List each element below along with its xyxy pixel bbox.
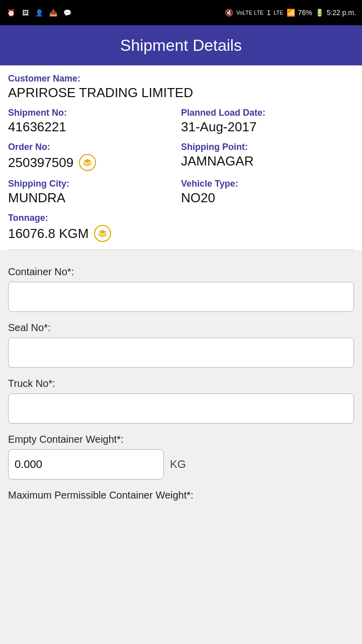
wechat-icon: 💬 (62, 8, 72, 18)
tonnage-value: 16076.8 KGM (8, 224, 354, 243)
seal-no-label: Seal No*: (8, 322, 354, 334)
col-shipping-point: Shipping Point: JAMNAGAR (181, 142, 354, 179)
shipment-details-section: Customer Name: APRIROSE TRADING LIMITED … (0, 65, 362, 250)
tonnage-text: 16076.8 KGM (8, 226, 88, 242)
order-no-text: 250397509 (8, 155, 73, 171)
truck-no-field: Truck No*: (8, 378, 354, 424)
svg-marker-1 (83, 159, 92, 163)
truck-no-input[interactable] (8, 393, 354, 424)
lte-icon: LTE (274, 10, 283, 16)
app-header: Shipment Details (0, 25, 362, 65)
battery-percent: 76% (298, 9, 312, 17)
order-no-label: Order No: (8, 142, 181, 152)
section-divider (8, 250, 354, 250)
tonnage-label: Tonnage: (8, 213, 354, 223)
row-shipment-date: Shipment No: 41636221 Planned Load Date:… (8, 108, 354, 142)
container-no-label: Container No*: (8, 266, 354, 278)
weight-unit: KG (170, 458, 186, 471)
account-icon: 👤 (34, 8, 44, 18)
shipping-city-label: Shipping City: (8, 179, 181, 189)
svg-marker-3 (99, 230, 107, 234)
mute-icon: 🔇 (225, 9, 233, 17)
wifi-icon: 📶 (287, 9, 295, 17)
vehicle-type-value: NO20 (181, 190, 354, 206)
customer-name-label: Customer Name: (8, 73, 354, 84)
layers-icon-tonnage[interactable] (94, 224, 112, 243)
empty-container-weight-input[interactable] (8, 449, 164, 479)
status-bar: ⏰ 🖼 👤 📥 💬 🔇 VoLTE LTE 1 LTE 📶 76% 🔋 5:22… (0, 0, 362, 25)
customer-name-value: APRIROSE TRADING LIMITED (8, 85, 354, 101)
weight-row: KG (8, 449, 354, 479)
shipment-no-label: Shipment No: (8, 108, 181, 118)
container-no-field: Container No*: (8, 266, 354, 312)
shipping-point-value: JAMNAGAR (181, 153, 354, 169)
status-bar-right: 🔇 VoLTE LTE 1 LTE 📶 76% 🔋 5:22 p.m. (225, 9, 356, 17)
shipping-point-label: Shipping Point: (181, 142, 354, 152)
col-order: Order No: 250397509 (8, 142, 181, 179)
order-no-value: 250397509 (8, 153, 181, 172)
empty-container-weight-field: Empty Container Weight*: KG (8, 434, 354, 479)
shipping-city-value: MUNDRA (8, 190, 181, 206)
image-icon: 🖼 (20, 8, 30, 18)
col-city: Shipping City: MUNDRA (8, 179, 181, 213)
max-permissible-label: Maximum Permissible Container Weight*: (8, 490, 354, 505)
seal-no-input[interactable] (8, 338, 354, 368)
row-order-shipping: Order No: 250397509 (8, 142, 354, 179)
layers-icon-order[interactable] (78, 153, 97, 172)
col-vehicle: Vehicle Type: NO20 (181, 179, 354, 213)
col-shipment: Shipment No: 41636221 (8, 108, 181, 142)
alarm-icon: ⏰ (6, 8, 16, 18)
empty-container-weight-label: Empty Container Weight*: (8, 434, 354, 445)
row-city-vehicle: Shipping City: MUNDRA Vehicle Type: NO20 (8, 179, 354, 213)
vehicle-type-label: Vehicle Type: (181, 179, 354, 189)
clock: 5:22 p.m. (327, 9, 356, 17)
status-bar-left: ⏰ 🖼 👤 📥 💬 (6, 8, 72, 18)
sim-icon: 1 (266, 9, 270, 17)
planned-date-label: Planned Load Date: (181, 108, 354, 118)
download-icon: 📥 (48, 8, 58, 18)
container-no-input[interactable] (8, 282, 354, 312)
truck-no-label: Truck No*: (8, 378, 354, 389)
shipment-no-value: 41636221 (8, 119, 181, 135)
seal-no-field: Seal No*: (8, 322, 354, 368)
battery-icon: 🔋 (315, 9, 324, 17)
page-title: Shipment Details (120, 36, 242, 55)
planned-date-value: 31-Aug-2017 (181, 119, 354, 135)
signal-lte: VoLTE LTE (236, 10, 264, 16)
col-planned-date: Planned Load Date: 31-Aug-2017 (181, 108, 354, 142)
form-section: Container No*: Seal No*: Truck No*: Empt… (0, 258, 362, 513)
